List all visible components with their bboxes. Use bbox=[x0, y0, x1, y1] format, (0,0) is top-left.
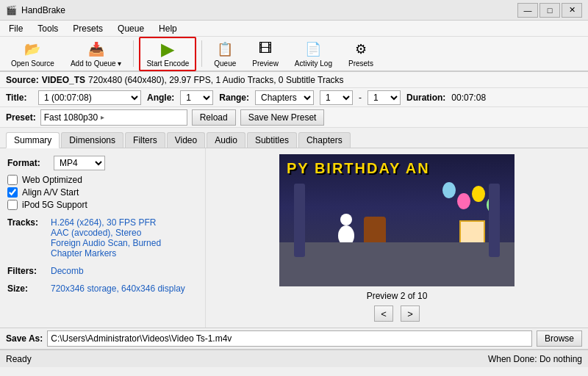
toolbar: 📂 Open Source 📥 Add to Queue ▾ ▶ Start E… bbox=[0, 37, 588, 72]
preview-controls: Preview 2 of 10 bbox=[367, 291, 428, 301]
presets-icon: ⚙ bbox=[352, 40, 370, 58]
save-new-preset-button[interactable]: Save New Preset bbox=[240, 109, 325, 126]
format-section: Format: MP4 Web Optimized Align A/V Star… bbox=[7, 156, 198, 210]
menu-queue[interactable]: Queue bbox=[112, 22, 150, 35]
activity-log-icon: 📄 bbox=[304, 40, 322, 58]
prev-preview-button[interactable]: < bbox=[374, 306, 393, 322]
add-to-queue-icon: 📥 bbox=[87, 40, 105, 58]
snowman bbox=[338, 212, 354, 246]
web-optimized-row: Web Optimized bbox=[7, 175, 198, 185]
web-optimized-label: Web Optimized bbox=[22, 175, 82, 185]
browse-button[interactable]: Browse bbox=[537, 330, 582, 347]
reload-button[interactable]: Reload bbox=[192, 109, 236, 126]
ipod-5g-checkbox[interactable] bbox=[7, 200, 18, 210]
size-value: 720x346 storage, 640x346 display bbox=[51, 283, 185, 294]
source-info: 720x480 (640x480), 29.97 FPS, 1 Audio Tr… bbox=[88, 75, 344, 85]
app-icon: 🎬 bbox=[6, 5, 17, 15]
activity-log-button[interactable]: 📄 Activity Log bbox=[288, 37, 339, 70]
track-2: Foreign Audio Scan, Burned bbox=[51, 238, 161, 248]
tab-summary[interactable]: Summary bbox=[6, 132, 60, 148]
add-to-queue-button[interactable]: 📥 Add to Queue ▾ bbox=[64, 37, 129, 70]
preset-arrow-icon: ▸ bbox=[101, 113, 104, 121]
column-right bbox=[489, 184, 500, 257]
tracks-values: H.264 (x264), 30 FPS PFR AAC (avcoded), … bbox=[51, 217, 198, 258]
main-content: Format: MP4 Web Optimized Align A/V Star… bbox=[0, 148, 588, 328]
preset-field: Fast 1080p30 ▸ bbox=[40, 109, 187, 126]
preview-icon: 🎞 bbox=[257, 40, 274, 58]
tab-subtitles[interactable]: Subtitles bbox=[247, 132, 297, 148]
source-row: Source: VIDEO_TS 720x480 (640x480), 29.9… bbox=[0, 72, 588, 88]
align-av-checkbox[interactable] bbox=[7, 187, 18, 198]
format-label: Format: bbox=[7, 158, 48, 168]
range-select[interactable]: Chapters bbox=[255, 90, 314, 105]
toolbar-separator bbox=[133, 40, 134, 67]
angle-label: Angle: bbox=[147, 93, 174, 103]
queue-button[interactable]: 📋 Queue bbox=[207, 37, 243, 70]
chapter-start-select[interactable]: 1 bbox=[320, 90, 353, 105]
menu-presets[interactable]: Presets bbox=[67, 22, 109, 35]
angle-select[interactable]: 1 bbox=[180, 90, 213, 105]
maximize-button[interactable]: □ bbox=[539, 3, 560, 18]
tab-video[interactable]: Video bbox=[167, 132, 205, 148]
track-0: H.264 (x264), 30 FPS PFR bbox=[51, 217, 156, 228]
queue-icon: 📋 bbox=[216, 40, 234, 58]
ipod-5g-row: iPod 5G Support bbox=[7, 200, 198, 210]
preview-image: PY BIRTHDAY AN bbox=[279, 154, 514, 286]
menu-tools[interactable]: Tools bbox=[32, 22, 64, 35]
when-done-label: When Done: bbox=[488, 354, 537, 364]
tab-dimensions[interactable]: Dimensions bbox=[61, 132, 123, 148]
presets-label: Presets bbox=[348, 59, 373, 68]
start-encode-label: Start Encode bbox=[146, 59, 189, 68]
titlebar: 🎬 HandBrake — □ ✕ bbox=[0, 0, 588, 21]
toolbar-separator-2 bbox=[201, 40, 202, 67]
tab-audio[interactable]: Audio bbox=[207, 132, 245, 148]
track-1: AAC (avcoded), Stereo bbox=[51, 228, 141, 238]
duration-value: 00:07:08 bbox=[451, 93, 486, 103]
when-done-value: Do nothing bbox=[539, 354, 582, 364]
close-button[interactable]: ✕ bbox=[562, 3, 582, 18]
menubar: File Tools Presets Queue Help bbox=[0, 21, 588, 37]
next-preview-button[interactable]: > bbox=[401, 306, 420, 322]
source-label: Source: bbox=[6, 75, 39, 85]
tab-filters[interactable]: Filters bbox=[125, 132, 165, 148]
titlebar-controls: — □ ✕ bbox=[517, 3, 582, 18]
saveas-row: Save As: Browse bbox=[0, 328, 588, 350]
balloon-4 bbox=[442, 182, 456, 198]
snowman-head bbox=[340, 214, 352, 225]
birthday-scene: PY BIRTHDAY AN bbox=[279, 154, 514, 286]
app-title: HandBrake bbox=[21, 5, 65, 15]
reindeer bbox=[364, 217, 386, 246]
tabs: Summary Dimensions Filters Video Audio S… bbox=[0, 128, 588, 148]
menu-help[interactable]: Help bbox=[153, 22, 183, 35]
ipod-5g-label: iPod 5G Support bbox=[22, 200, 87, 210]
minimize-button[interactable]: — bbox=[517, 3, 538, 18]
duration-label: Duration: bbox=[406, 93, 445, 103]
activity-log-label: Activity Log bbox=[295, 59, 332, 68]
saveas-input[interactable] bbox=[47, 330, 532, 347]
titlebar-left: 🎬 HandBrake bbox=[6, 5, 65, 15]
format-select[interactable]: MP4 bbox=[54, 156, 105, 170]
banner-text: PY BIRTHDAY AN bbox=[287, 160, 507, 177]
presets-button[interactable]: ⚙ Presets bbox=[342, 37, 380, 70]
tracks-label: Tracks: bbox=[7, 217, 48, 258]
balloon-2 bbox=[472, 186, 485, 202]
status-text: Ready bbox=[6, 354, 32, 364]
preset-label: Preset: bbox=[6, 112, 36, 123]
web-optimized-checkbox[interactable] bbox=[7, 175, 18, 185]
open-source-button[interactable]: 📂 Open Source bbox=[4, 37, 61, 70]
start-encode-icon: ▶ bbox=[159, 40, 176, 58]
menu-file[interactable]: File bbox=[3, 22, 29, 35]
size-label: Size: bbox=[7, 283, 48, 294]
preset-value: Fast 1080p30 bbox=[44, 112, 98, 123]
preview-button[interactable]: 🎞 Preview bbox=[245, 37, 285, 70]
preview-nav: < > bbox=[374, 306, 420, 322]
saveas-label: Save As: bbox=[6, 333, 43, 344]
preview-label: Preview bbox=[252, 59, 279, 68]
queue-label: Queue bbox=[214, 59, 236, 68]
chapter-end-select[interactable]: 1 bbox=[368, 90, 401, 105]
start-encode-button[interactable]: ▶ Start Encode bbox=[139, 37, 196, 71]
title-select[interactable]: 1 (00:07:08) bbox=[38, 90, 141, 105]
track-3: Chapter Markers bbox=[51, 248, 116, 258]
size-section: Size: 720x346 storage, 640x346 display bbox=[7, 283, 198, 294]
tab-chapters[interactable]: Chapters bbox=[298, 132, 351, 148]
